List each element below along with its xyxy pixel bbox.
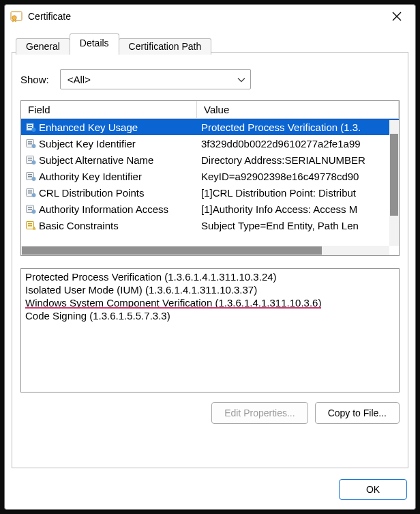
- field-icon: [25, 138, 36, 149]
- cell-field: Basic Constraints: [21, 220, 197, 231]
- title-bar: Certificate: [5, 5, 415, 28]
- cell-value: Protected Process Verification (1.3.: [197, 122, 399, 133]
- svg-point-9: [32, 144, 36, 148]
- svg-rect-7: [28, 141, 32, 143]
- field-text: Subject Key Identifier: [39, 138, 136, 149]
- svg-point-17: [32, 177, 36, 181]
- col-field[interactable]: Field: [21, 101, 197, 119]
- cell-value: Directory Address:SERIALNUMBER: [197, 154, 399, 166]
- svg-rect-28: [28, 225, 32, 227]
- svg-rect-24: [28, 209, 32, 210]
- field-text: Enhanced Key Usage: [39, 122, 138, 133]
- cell-value: [1]Authority Info Access: Access M: [197, 203, 399, 215]
- detail-pane[interactable]: Protected Process Verification (1.3.6.1.…: [20, 268, 400, 392]
- list-row[interactable]: Subject Alternative NameDirectory Addres…: [21, 152, 399, 168]
- cell-field: Subject Alternative Name: [21, 154, 197, 166]
- field-text: Authority Information Access: [39, 203, 168, 215]
- cell-field: Authority Key Identifier: [21, 171, 197, 182]
- close-button[interactable]: [384, 5, 410, 28]
- cell-field: CRL Distribution Points: [21, 187, 197, 199]
- detail-line-highlighted: Windows System Component Verification (1…: [25, 296, 395, 309]
- field-icon: [25, 187, 36, 198]
- tab-general[interactable]: General: [16, 38, 70, 55]
- svg-point-21: [32, 193, 36, 197]
- list-row[interactable]: Authority Key IdentifierKeyID=a92902398e…: [21, 168, 399, 184]
- detail-line: Isolated User Mode (IUM) (1.3.6.1.4.1.31…: [25, 283, 395, 296]
- tab-details[interactable]: Details: [70, 33, 119, 53]
- list-row[interactable]: CRL Distribution Points[1]CRL Distributi…: [21, 184, 399, 201]
- edit-properties-button: Edit Properties...: [211, 402, 308, 424]
- show-filter-row: Show: <All>: [20, 69, 400, 89]
- horizontal-scrollbar[interactable]: [21, 246, 389, 255]
- svg-rect-20: [28, 192, 32, 194]
- field-icon: [25, 154, 36, 165]
- cell-value: Subject Type=End Entity, Path Len: [197, 220, 399, 231]
- close-icon: [392, 12, 402, 21]
- field-text: Authority Key Identifier: [39, 171, 142, 182]
- svg-point-13: [32, 160, 36, 165]
- dialog-footer: OK: [5, 472, 415, 509]
- list-row[interactable]: Authority Information Access[1]Authority…: [21, 201, 399, 217]
- show-label: Show:: [20, 74, 49, 85]
- svg-point-25: [32, 210, 36, 214]
- tab-bar: General Details Certification Path: [12, 32, 408, 53]
- show-dropdown[interactable]: <All>: [60, 69, 251, 89]
- fields-list[interactable]: Field Value Enhanced Key UsageProtected …: [20, 100, 400, 256]
- list-header: Field Value: [21, 101, 399, 119]
- horizontal-scroll-thumb[interactable]: [22, 246, 322, 255]
- col-value[interactable]: Value: [197, 101, 399, 119]
- list-row[interactable]: Basic ConstraintsSubject Type=End Entity…: [21, 217, 399, 233]
- detail-line: Protected Process Verification (1.3.6.1.…: [25, 270, 395, 283]
- svg-rect-11: [28, 158, 32, 159]
- cell-value: [1]CRL Distribution Point: Distribut: [197, 187, 399, 199]
- field-text: Basic Constraints: [39, 220, 119, 231]
- list-row[interactable]: Subject Key Identifier3f329dd0b0022d9610…: [21, 135, 399, 152]
- certificate-icon: [10, 10, 22, 23]
- svg-rect-23: [28, 207, 32, 208]
- svg-rect-12: [28, 160, 32, 161]
- field-text: Subject Alternative Name: [39, 154, 153, 166]
- svg-rect-3: [28, 125, 32, 126]
- tab-certification-path[interactable]: Certification Path: [119, 38, 212, 55]
- ok-button[interactable]: OK: [339, 479, 407, 500]
- svg-rect-4: [28, 127, 32, 128]
- certificate-dialog: Certificate General Details Certificatio…: [4, 4, 416, 510]
- svg-point-5: [32, 128, 36, 132]
- field-icon: [25, 220, 36, 231]
- detail-line: Code Signing (1.3.6.1.5.5.7.3.3): [25, 309, 395, 322]
- svg-rect-8: [28, 143, 32, 145]
- copy-to-file-button[interactable]: Copy to File...: [315, 402, 400, 424]
- list-row[interactable]: Enhanced Key UsageProtected Process Veri…: [21, 119, 399, 135]
- show-selected: <All>: [68, 74, 91, 85]
- cell-value: KeyID=a92902398e16c49778cd90: [197, 171, 399, 182]
- cell-field: Enhanced Key Usage: [21, 122, 197, 133]
- field-icon: [25, 171, 36, 182]
- window-title: Certificate: [28, 11, 384, 22]
- svg-rect-16: [28, 176, 32, 177]
- cell-field: Subject Key Identifier: [21, 138, 197, 149]
- field-icon: [25, 122, 36, 132]
- field-icon: [25, 203, 36, 214]
- field-text: CRL Distribution Points: [39, 187, 145, 199]
- tab-content: Show: <All> Field Value Enhanced Key Usa…: [12, 53, 408, 468]
- svg-rect-15: [28, 174, 32, 175]
- svg-rect-27: [28, 223, 32, 225]
- button-row: Edit Properties... Copy to File...: [20, 402, 400, 424]
- vertical-scroll-thumb[interactable]: [390, 134, 398, 216]
- vertical-scrollbar[interactable]: [389, 120, 399, 246]
- cell-value: 3f329dd0b0022d9610277a2fe1a99: [197, 138, 399, 149]
- cell-field: Authority Information Access: [21, 203, 197, 215]
- svg-rect-19: [28, 190, 32, 192]
- chevron-down-icon: [237, 74, 245, 85]
- dialog-body: General Details Certification Path Show:…: [5, 28, 415, 472]
